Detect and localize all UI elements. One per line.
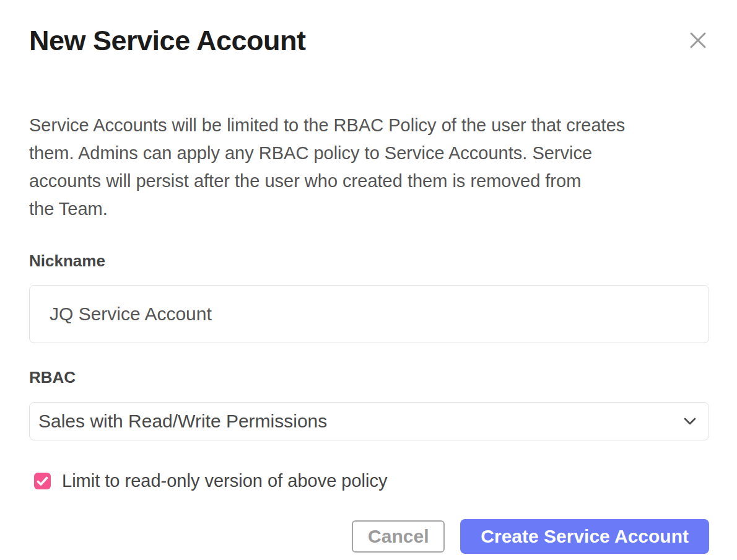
modal-description: Service Accounts will be limited to the …	[29, 112, 709, 223]
new-service-account-modal: New Service Account Service Accounts wil…	[0, 0, 737, 560]
page-title: New Service Account	[29, 25, 709, 57]
description-line: accounts will persist after the user who…	[29, 167, 709, 195]
close-icon	[689, 31, 707, 51]
readonly-checkbox[interactable]	[34, 473, 51, 489]
description-line: the Team.	[29, 195, 709, 223]
modal-header: New Service Account	[29, 0, 709, 57]
chevron-down-icon	[682, 416, 697, 426]
rbac-selected-value: Sales with Read/Write Permissions	[38, 411, 327, 432]
nickname-input[interactable]	[29, 285, 709, 343]
rbac-label: RBAC	[29, 369, 709, 386]
readonly-checkbox-label: Limit to read-only version of above poli…	[62, 471, 387, 491]
create-service-account-button[interactable]: Create Service Account	[460, 519, 709, 554]
description-line: Service Accounts will be limited to the …	[29, 112, 709, 139]
check-icon	[37, 476, 48, 486]
close-button[interactable]	[687, 30, 709, 52]
description-line: them. Admins can apply any RBAC policy t…	[29, 139, 709, 167]
nickname-label: Nickname	[29, 252, 709, 269]
readonly-checkbox-row[interactable]: Limit to read-only version of above poli…	[29, 471, 709, 491]
cancel-button[interactable]: Cancel	[352, 520, 445, 553]
modal-actions: Cancel Create Service Account	[29, 519, 709, 554]
rbac-select[interactable]: Sales with Read/Write Permissions	[29, 402, 709, 440]
